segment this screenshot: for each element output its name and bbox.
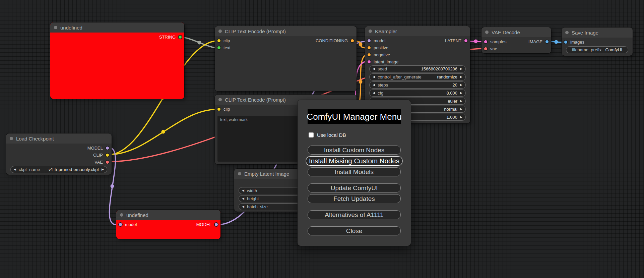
slot-row: samplesIMAGE (481, 38, 551, 45)
wire-midpoint-dot (359, 80, 363, 84)
output-slot-CONDITIONING-dot[interactable] (350, 39, 355, 43)
input-slot-images-dot[interactable] (564, 40, 568, 44)
input-slot-negative-dot[interactable] (367, 53, 371, 57)
output-slot-label: STRING (159, 35, 176, 40)
increment-arrow-icon[interactable]: ▶ (460, 67, 462, 70)
input-slot-text-dot[interactable] (217, 46, 221, 50)
output-slot-MODEL-dot[interactable] (105, 146, 110, 150)
output-slot-LATENT-dot[interactable] (464, 39, 468, 43)
node-save-image[interactable]: Save Imageimagesfilename_prefixComfyUI (562, 27, 633, 56)
node-title: Empty Latent Image (244, 171, 289, 177)
decrement-arrow-icon[interactable]: ◀ (373, 84, 375, 87)
node-title: Save Image (572, 30, 598, 36)
decrement-arrow-icon[interactable]: ◀ (373, 92, 375, 95)
node-title-bar[interactable]: undefined (116, 210, 220, 220)
node-title: VAE Decode (492, 30, 520, 35)
dialog-button-alternatives-of-a1111[interactable]: Alternatives of A1111 (308, 210, 401, 219)
input-slot-clip-dot[interactable] (217, 39, 221, 43)
output-slot-STRING-dot[interactable] (178, 35, 182, 39)
decrement-arrow-icon[interactable]: ◀ (373, 67, 375, 70)
input-slot-latent_image-dot[interactable] (367, 60, 371, 64)
collapse-dot-icon[interactable] (218, 98, 222, 101)
collapse-dot-icon[interactable] (238, 172, 241, 175)
collapse-dot-icon[interactable] (485, 31, 489, 34)
input-slot-model-dot[interactable] (367, 39, 371, 43)
output-slot-VAE-dot[interactable] (105, 160, 110, 164)
input-slot-group: text (217, 45, 231, 50)
node-vae-decode[interactable]: VAE DecodesamplesIMAGEvae (481, 27, 551, 53)
increment-arrow-icon[interactable]: ▶ (460, 108, 462, 111)
slot-row: clipCONDITIONING (215, 37, 357, 44)
widget-cfg[interactable]: ◀cfg8.000▶ (369, 90, 466, 97)
input-slot-group: samples (484, 39, 506, 44)
increment-arrow-icon[interactable]: ▶ (460, 75, 462, 78)
use-local-db-row[interactable]: Use local DB (309, 132, 401, 138)
decrement-arrow-icon[interactable]: ◀ (242, 189, 244, 192)
collapse-dot-icon[interactable] (120, 213, 123, 217)
decrement-arrow-icon[interactable]: ◀ (373, 75, 375, 78)
widget-control_after_generate[interactable]: ◀control_after_generaterandomize▶ (369, 73, 466, 80)
use-local-db-checkbox[interactable] (309, 132, 314, 137)
increment-arrow-icon[interactable]: ▶ (102, 168, 104, 171)
input-slot-vae-dot[interactable] (484, 47, 488, 51)
collapse-dot-icon[interactable] (565, 31, 569, 34)
output-slot-MODEL-dot[interactable] (214, 222, 218, 227)
dialog-button-update-comfyui[interactable]: Update ComfyUI (308, 183, 401, 192)
node-body: clipCONDITIONINGtext (215, 36, 357, 51)
widget-value: 20 (453, 82, 457, 88)
increment-arrow-icon[interactable]: ▶ (460, 92, 462, 95)
collapse-dot-icon[interactable] (369, 30, 372, 33)
collapse-dot-icon[interactable] (54, 26, 57, 29)
decrement-arrow-icon[interactable]: ◀ (242, 205, 244, 208)
node-title-bar[interactable]: CLIP Text Encode (Prompt) (215, 26, 357, 36)
node-title-bar[interactable]: Load Checkpoint (6, 133, 112, 144)
input-slot-group: clip (217, 107, 230, 112)
output-slot-label: MODEL (87, 146, 103, 151)
widget-ckpt_name[interactable]: ◀ckpt_namev1-5-pruned-emaonly.ckpt▶ (10, 166, 107, 173)
comfyui-manager-dialog: ComfyUI Manager Menu Use local DB Instal… (298, 100, 411, 246)
increment-arrow-icon[interactable]: ▶ (460, 116, 462, 119)
node-title-bar[interactable]: VAE Decode (481, 27, 551, 37)
input-slot-group: latent_image (367, 59, 398, 64)
decrement-arrow-icon[interactable]: ◀ (14, 168, 16, 171)
dialog-button-install-models[interactable]: Install Models (308, 167, 401, 176)
input-slot-positive-dot[interactable] (367, 46, 371, 50)
use-local-db-label: Use local DB (317, 132, 346, 138)
node-title-bar[interactable]: Save Image (562, 27, 633, 38)
node-title: CLIP Text Encode (Prompt) (225, 29, 286, 34)
node-clip-text-encode-1[interactable]: CLIP Text Encode (Prompt)clipCONDITIONIN… (215, 26, 357, 91)
node-body: STRING (50, 33, 184, 41)
collapse-dot-icon[interactable] (218, 30, 222, 33)
output-slot-group: CONDITIONING (316, 38, 355, 43)
decrement-arrow-icon[interactable]: ◀ (242, 197, 244, 200)
node-body: samplesIMAGEvae (481, 37, 551, 52)
slot-row: modelLATENT (365, 37, 470, 44)
node-body: imagesfilename_prefixComfyUI (562, 38, 633, 53)
widget-steps[interactable]: ◀steps20▶ (369, 81, 466, 89)
dialog-button-install-missing-custom-nodes[interactable]: Install Missing Custom Nodes (306, 156, 402, 166)
widget-seed[interactable]: ◀seed156680208700286▶ (369, 65, 466, 72)
dialog-button-close[interactable]: Close (308, 226, 401, 235)
collapse-dot-icon[interactable] (10, 137, 13, 140)
widget-list: ◀ckpt_namev1-5-pruned-emaonly.ckpt▶ (6, 166, 112, 173)
node-title-bar[interactable]: KSampler (365, 26, 470, 36)
output-slot-label: LATENT (445, 38, 461, 43)
output-slot-label: IMAGE (528, 39, 542, 44)
increment-arrow-icon[interactable]: ▶ (460, 100, 462, 103)
dialog-button-fetch-updates[interactable]: Fetch Updates (308, 194, 401, 203)
dialog-button-install-custom-nodes[interactable]: Install Custom Nodes (308, 146, 401, 155)
input-slot-samples-dot[interactable] (484, 40, 488, 44)
widget-filename_prefix[interactable]: filename_prefixComfyUI (566, 46, 628, 53)
node-title-bar[interactable]: undefined (50, 22, 184, 33)
input-slot-clip-dot[interactable] (217, 107, 221, 111)
node-undefined-model[interactable]: undefinedmodelMODEL (116, 210, 220, 239)
dialog-button-group: Update ComfyUIFetch Updates (308, 183, 401, 203)
output-slot-CLIP-dot[interactable] (105, 153, 110, 157)
widget-label: filename_prefix (572, 47, 601, 52)
node-load-checkpoint[interactable]: Load CheckpointMODELCLIPVAE◀ckpt_namev1-… (6, 133, 112, 175)
comfyui-canvas[interactable]: undefinedSTRINGCLIP Text Encode (Prompt)… (0, 0, 644, 278)
output-slot-IMAGE-dot[interactable] (545, 40, 549, 44)
input-slot-model-dot[interactable] (118, 222, 123, 227)
node-undefined-string[interactable]: undefinedSTRING (50, 22, 184, 99)
increment-arrow-icon[interactable]: ▶ (460, 84, 462, 87)
